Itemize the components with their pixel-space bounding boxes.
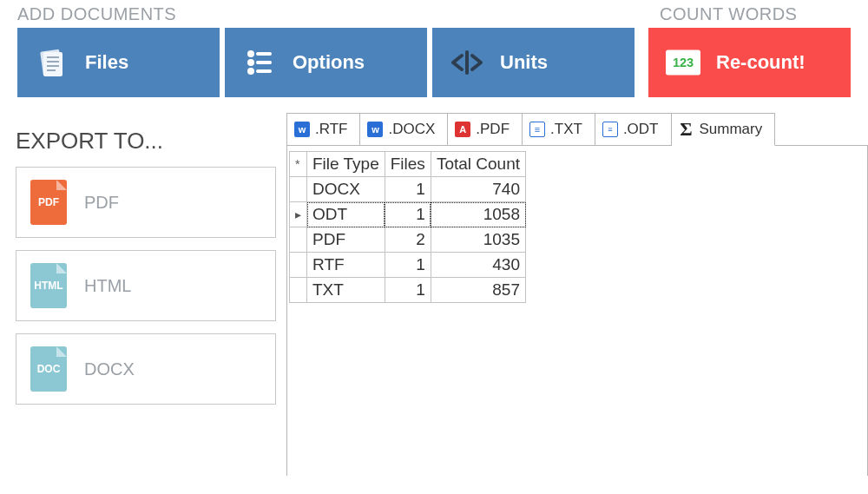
col-total-count[interactable]: Total Count <box>431 152 525 177</box>
doc-file-icon: DOC <box>30 346 67 392</box>
cell-file-type: TXT <box>307 278 385 303</box>
cell-total-count: 1035 <box>431 227 525 253</box>
export-pdf-label: PDF <box>84 193 119 213</box>
section-label-count-words: COUNT WORDS <box>660 4 851 24</box>
svg-point-10 <box>247 68 254 75</box>
cell-total-count: 430 <box>431 253 525 278</box>
export-title: EXPORT TO... <box>16 128 276 155</box>
export-pdf-button[interactable]: PDF PDF <box>16 167 276 238</box>
tab-label: .PDF <box>476 121 510 138</box>
word-icon: w <box>367 122 383 137</box>
tab-label: .DOCX <box>388 121 435 138</box>
units-button[interactable]: Units <box>432 28 635 97</box>
sigma-icon: Σ <box>679 118 694 141</box>
files-button[interactable]: Files <box>17 28 220 97</box>
options-button[interactable]: Options <box>225 28 427 97</box>
corner-cell: * <box>290 152 307 177</box>
col-file-type[interactable]: File Type <box>307 152 385 177</box>
table-row[interactable]: RTF1430 <box>290 253 526 278</box>
section-label-add-documents: ADD DOCUMENTS <box>17 4 660 24</box>
cell-total-count: 1058 <box>431 202 525 227</box>
recount-button-label: Re-count! <box>716 51 806 74</box>
row-indicator <box>290 253 307 278</box>
export-docx-label: DOCX <box>84 359 135 379</box>
cell-file-type: PDF <box>307 227 385 253</box>
units-icon <box>450 45 484 80</box>
svg-rect-7 <box>256 52 272 56</box>
row-indicator <box>290 278 307 303</box>
tab-strip: w .RTF w .DOCX A .PDF ≡ .TXT ≡ .ODT Σ Su… <box>286 113 868 146</box>
pdf-file-icon: PDF <box>30 180 67 225</box>
cell-file-type: ODT <box>307 202 385 227</box>
cell-files: 1 <box>385 177 431 202</box>
cell-total-count: 740 <box>431 177 525 202</box>
table-row[interactable]: ▸ODT11058 <box>290 202 526 227</box>
cell-files: 1 <box>385 278 431 303</box>
export-docx-button[interactable]: DOC DOCX <box>16 333 276 405</box>
html-file-icon: HTML <box>30 263 67 308</box>
tab-pdf[interactable]: A .PDF <box>448 113 523 145</box>
svg-rect-9 <box>256 61 272 64</box>
export-html-button[interactable]: HTML HTML <box>16 250 276 321</box>
tab-txt[interactable]: ≡ .TXT <box>523 113 595 145</box>
recount-icon: 123 <box>666 45 700 80</box>
tab-label: .TXT <box>550 121 582 138</box>
txt-icon: ≡ <box>529 122 545 137</box>
files-icon <box>35 45 69 80</box>
export-html-label: HTML <box>84 276 131 296</box>
cell-file-type: RTF <box>307 253 385 278</box>
word-icon: w <box>294 122 310 137</box>
col-files[interactable]: Files <box>385 152 431 177</box>
tab-odt[interactable]: ≡ .ODT <box>595 113 672 145</box>
row-indicator <box>290 177 307 202</box>
summary-table: * File Type Files Total Count DOCX1740▸O… <box>289 151 526 303</box>
units-button-label: Units <box>500 51 548 74</box>
cell-files: 1 <box>385 202 431 227</box>
tab-summary[interactable]: Σ Summary <box>672 113 776 146</box>
svg-text:123: 123 <box>673 56 694 69</box>
options-button-label: Options <box>293 51 365 74</box>
tab-label: .RTF <box>315 121 347 138</box>
svg-point-6 <box>247 50 254 57</box>
table-row[interactable]: TXT1857 <box>290 278 526 303</box>
svg-rect-11 <box>256 69 272 73</box>
table-row[interactable]: PDF21035 <box>290 227 526 253</box>
table-row[interactable]: DOCX1740 <box>290 177 526 202</box>
cell-files: 1 <box>385 253 431 278</box>
tab-rtf[interactable]: w .RTF <box>287 113 360 145</box>
row-indicator: ▸ <box>290 202 307 227</box>
cell-file-type: DOCX <box>307 177 385 202</box>
row-indicator <box>290 227 307 253</box>
pdf-icon: A <box>455 122 470 137</box>
cell-files: 2 <box>385 227 431 253</box>
recount-button[interactable]: 123 Re-count! <box>648 28 851 97</box>
options-icon <box>242 45 277 80</box>
svg-point-8 <box>247 59 254 66</box>
tab-docx[interactable]: w .DOCX <box>360 113 448 145</box>
files-button-label: Files <box>85 51 128 74</box>
odt-icon: ≡ <box>602 122 618 137</box>
tab-label: .ODT <box>623 121 659 138</box>
tab-label: Summary <box>700 121 763 138</box>
cell-total-count: 857 <box>431 278 525 303</box>
svg-rect-1 <box>43 52 62 76</box>
